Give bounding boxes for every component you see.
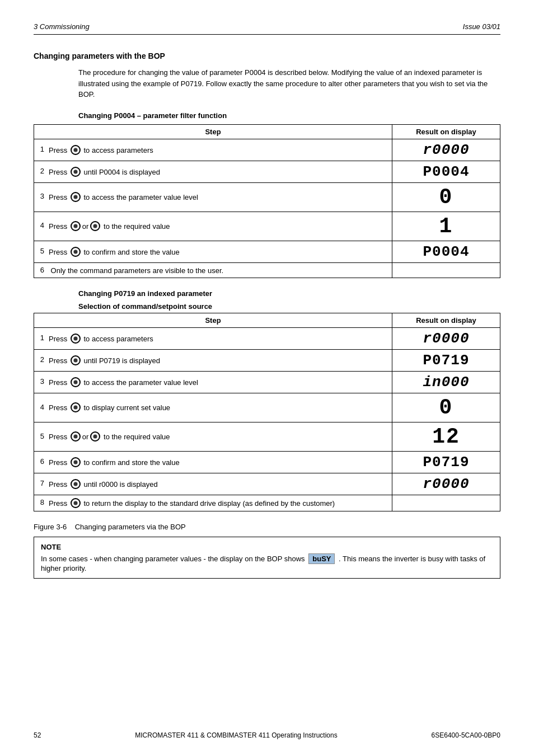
footer-order-num: 6SE6400-5CA00-0BP0 xyxy=(432,731,500,739)
table-row: 2Press until P0719 is displayedP0719 xyxy=(34,349,500,371)
step-text-after: to display current set value xyxy=(82,403,170,412)
result-cell xyxy=(392,495,500,511)
step-text-before: Press xyxy=(49,480,69,488)
result-cell: 0 xyxy=(392,182,500,212)
result-cell: r0000 xyxy=(392,327,500,349)
display-value: 12 xyxy=(432,425,460,449)
page-header: 3 Commissioning Issue 03/01 xyxy=(34,22,500,35)
step-text-before: Press xyxy=(49,193,69,201)
step-text-after: to confirm and store the value xyxy=(82,458,180,466)
page-footer: 52 MICROMASTER 411 & COMBIMASTER 411 Ope… xyxy=(34,731,500,739)
result-cell: P0004 xyxy=(392,161,500,182)
figure-label: Figure 3-6 xyxy=(34,523,67,531)
result-cell: 0 xyxy=(392,393,500,422)
table-row: 4Press or to the required value1 xyxy=(34,212,500,241)
step-text-after: to access parameters xyxy=(82,334,153,342)
table-row: 2Press until P0004 is displayedP0004 xyxy=(34,161,500,182)
footer-product: MICROMASTER 411 & COMBIMASTER 411 Operat… xyxy=(135,731,337,739)
display-value: 0 xyxy=(439,396,453,420)
table1: Step Result on display 1Press to access … xyxy=(34,124,500,278)
step-number: 5 xyxy=(39,247,49,255)
table1-title: Changing P0004 – parameter filter functi… xyxy=(78,111,500,120)
figure-caption-text: Changing parameters via the BOP xyxy=(75,523,186,531)
button-icon xyxy=(71,145,81,155)
step-number: 8 xyxy=(39,498,49,506)
table-row: 6Press to confirm and store the valueP07… xyxy=(34,451,500,473)
step-number: 6 xyxy=(39,266,49,274)
table2-col-result: Result on display xyxy=(392,313,500,327)
step-text-before: Press xyxy=(49,222,69,231)
step-number: 1 xyxy=(39,334,49,342)
step-number: 4 xyxy=(39,403,49,411)
display-value: P0004 xyxy=(423,163,469,180)
step-number: 3 xyxy=(39,377,49,386)
note-text1: In some cases - when changing parameter … xyxy=(41,555,305,563)
step-number: 2 xyxy=(39,355,49,364)
table-row: 1Press to access parametersr0000 xyxy=(34,327,500,349)
table1-col-step: Step xyxy=(34,124,392,139)
table1-col-result: Result on display xyxy=(392,124,500,139)
step-text-before: Press xyxy=(49,145,69,154)
display-value: P0004 xyxy=(423,243,469,260)
table-row: 5Press or to the required value12 xyxy=(34,422,500,451)
step-number: 3 xyxy=(39,192,49,200)
note-title: NOTE xyxy=(41,543,493,551)
result-cell: P0004 xyxy=(392,241,500,262)
button-icon xyxy=(71,221,81,231)
step-text-before: Press xyxy=(49,356,69,364)
result-cell: r0000 xyxy=(392,473,500,495)
button-icon xyxy=(71,192,81,202)
table-row: 1Press to access parametersr0000 xyxy=(34,139,500,161)
result-cell xyxy=(392,262,500,278)
result-cell: P0719 xyxy=(392,349,500,371)
result-cell: P0719 xyxy=(392,451,500,473)
button-icon xyxy=(90,221,100,231)
display-value: r0000 xyxy=(423,476,469,492)
step-text-before: Press xyxy=(49,433,69,441)
button-icon xyxy=(71,247,81,257)
header-issue: Issue 03/01 xyxy=(463,22,500,31)
button-icon xyxy=(71,377,81,387)
result-cell: r0000 xyxy=(392,139,500,161)
page-number: 52 xyxy=(34,731,41,739)
button-icon xyxy=(71,334,81,344)
table-row: 5Press to confirm and store the valueP00… xyxy=(34,241,500,262)
step-text-after: until r0000 is displayed xyxy=(82,480,158,488)
table-row: 3Press to access the parameter value lev… xyxy=(34,182,500,212)
step-text-after: to the required value xyxy=(101,222,170,231)
step-number: 6 xyxy=(39,457,49,466)
step-text-after: to the required value xyxy=(101,433,170,441)
button-icon xyxy=(71,402,81,412)
section-title: Changing parameters with the BOP xyxy=(34,51,500,60)
button-icon xyxy=(71,431,81,442)
step-number: 5 xyxy=(39,432,49,440)
step-text-before: Press xyxy=(49,458,69,466)
table2-col-step: Step xyxy=(34,313,392,327)
button-icon xyxy=(71,167,81,177)
step-text-after: to return the display to the standard dr… xyxy=(82,499,335,507)
note-text: In some cases - when changing parameter … xyxy=(41,553,493,572)
note-box: NOTE In some cases - when changing param… xyxy=(34,537,500,579)
display-value: P0719 xyxy=(423,454,469,471)
busy-badge: buSY xyxy=(308,553,335,564)
display-value: P0719 xyxy=(423,352,469,369)
step-text-after: until P0004 is displayed xyxy=(82,167,160,176)
step-text-before: Press xyxy=(49,403,69,412)
step-number: 2 xyxy=(39,167,49,175)
header-chapter: 3 Commissioning xyxy=(34,22,90,31)
table2: Step Result on display 1Press to access … xyxy=(34,313,500,511)
table2-title1: Changing P0719 an indexed parameter xyxy=(78,289,500,298)
button-icon xyxy=(71,479,81,489)
button-icon xyxy=(71,355,81,365)
step-text-after: Only the command parameters are visible … xyxy=(49,266,223,275)
step-text-before: Press xyxy=(49,334,69,342)
step-text-after: to confirm and store the value xyxy=(82,247,180,256)
result-cell: 1 xyxy=(392,212,500,241)
step-text-before: Press xyxy=(49,378,69,386)
step-text-after: until P0719 is displayed xyxy=(82,356,160,364)
display-value: 0 xyxy=(439,185,453,209)
result-cell: in000 xyxy=(392,371,500,393)
step-text-before: Press xyxy=(49,247,69,256)
result-cell: 12 xyxy=(392,422,500,451)
table2-title2: Selection of command/setpoint source xyxy=(78,302,500,311)
